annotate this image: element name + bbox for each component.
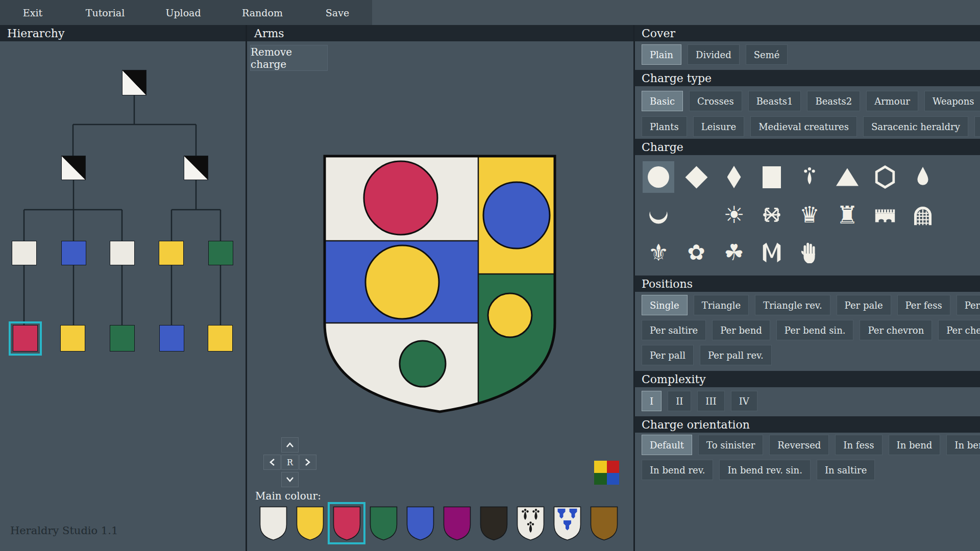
tree-node-gen4-1[interactable]	[13, 325, 38, 352]
charge-moon-icon[interactable]	[680, 199, 712, 231]
crossed-arrows-glyph	[760, 203, 783, 227]
charge-lozenge-icon[interactable]	[680, 161, 712, 193]
positions-option-triangle[interactable]: Triangle	[694, 295, 749, 315]
charge-triangle-icon[interactable]	[831, 161, 863, 193]
charge-type-option-leisure[interactable]: Leisure	[693, 116, 744, 137]
charge-type-option-saracenic-heraldry[interactable]: Saracenic heraldry	[863, 116, 968, 137]
charge-crescent-icon[interactable]	[643, 199, 674, 231]
positions-option-per-bend[interactable]: Per bend	[712, 320, 770, 340]
cover-option-plain[interactable]: Plain	[642, 44, 681, 65]
cover-option-divided[interactable]: Divided	[688, 44, 740, 65]
charge-goutte-icon[interactable]	[907, 161, 939, 193]
charge-rose-icon[interactable]: ✿	[680, 237, 712, 268]
menu-item-random[interactable]: Random	[242, 0, 283, 25]
main-colour-swatch-purpure[interactable]	[443, 506, 471, 541]
charge-fusil-icon[interactable]	[718, 161, 750, 193]
sun-glyph: ☀	[723, 203, 744, 227]
positions-option-per-pall[interactable]: Per pall	[642, 345, 694, 365]
tree-node-gen3-1[interactable]	[12, 241, 37, 265]
tree-node-gen2-1[interactable]	[61, 156, 86, 180]
positions-option-triangle-rev[interactable]: Triangle rev.	[755, 295, 830, 315]
charge-gateway-icon[interactable]	[907, 199, 939, 231]
complexity-option-i[interactable]: I	[642, 391, 662, 411]
charge-orientation-option-in-bend[interactable]: In bend	[889, 435, 941, 455]
tree-node-gen2-2[interactable]	[184, 156, 208, 180]
charge-shamrock-icon[interactable]: ☘	[718, 237, 750, 268]
charge-hand-icon[interactable]	[794, 237, 825, 268]
arms-shield-canvas[interactable]	[323, 155, 556, 413]
main-colour-swatch-vair[interactable]	[553, 506, 581, 541]
positions-option-single[interactable]: Single	[642, 295, 688, 315]
charge-type-option-weapons[interactable]: Weapons	[924, 91, 980, 111]
charge-orientation-option-in-fess[interactable]: In fess	[835, 435, 882, 455]
rotate-button[interactable]: R	[281, 455, 299, 470]
charge-orientation-option-to-sinister[interactable]: To sinister	[698, 435, 763, 455]
charge-type-option-crosses[interactable]: Crosses	[689, 91, 742, 111]
move-left-button[interactable]	[263, 455, 281, 470]
tree-node-gen4-5[interactable]	[208, 325, 233, 352]
charge-crossed-arrows-icon[interactable]	[756, 199, 788, 231]
main-colour-swatch-vert[interactable]	[370, 506, 398, 541]
tree-node-gen4-3[interactable]	[110, 325, 135, 352]
tree-node-gen4-2[interactable]	[60, 325, 85, 352]
positions-option-per-saltire[interactable]: Per saltire	[642, 320, 706, 340]
positions-option-per-pall-rev[interactable]: Per pall rev.	[700, 345, 772, 365]
move-down-button[interactable]	[281, 472, 299, 487]
main-colour-swatch-tenne[interactable]	[590, 506, 618, 541]
main-colour-swatch-azure[interactable]	[406, 506, 434, 541]
menu-item-save[interactable]: Save	[326, 0, 349, 25]
complexity-option-ii[interactable]: II	[668, 391, 691, 411]
charge-sun-icon[interactable]: ☀	[718, 199, 750, 231]
move-up-button[interactable]	[281, 437, 299, 453]
charge-mascle-icon[interactable]	[869, 161, 901, 193]
charge-orientation-section-header: Charge orientation	[634, 416, 980, 433]
charge-type-option-medieval-creatures[interactable]: Medieval creatures	[750, 116, 857, 137]
charge-orientation-option-in-bend-sin[interactable]: In bend sin.	[946, 435, 980, 455]
charge-type-option-beasts1[interactable]: Beasts1	[748, 91, 801, 111]
positions-option-per-bend-sin[interactable]: Per bend sin.	[776, 320, 854, 340]
charge-type-option-armour[interactable]: Armour	[866, 91, 918, 111]
charge-maunche-icon[interactable]	[756, 237, 788, 268]
positions-option-per-chevron[interactable]: Per chevron	[860, 320, 932, 340]
charge-ermine-spot-icon[interactable]	[794, 161, 825, 193]
positions-option-per-chevron-rev[interactable]: Per chevron rev.	[938, 320, 980, 340]
charge-bridge-icon[interactable]	[869, 199, 901, 231]
main-colour-swatch-gules[interactable]	[333, 506, 361, 541]
charge-orientation-section-title: Charge orientation	[642, 418, 750, 431]
tree-node-gen3-5[interactable]	[208, 241, 233, 265]
charge-type-option-uploaded[interactable]: Uploaded	[974, 116, 980, 137]
tree-node-gen3-2[interactable]	[61, 241, 86, 265]
tree-node-gen3-4[interactable]	[159, 241, 184, 265]
charge-roundel-icon[interactable]	[643, 161, 674, 193]
charge-orientation-option-in-bend-rev-sin[interactable]: In bend rev. sin.	[719, 460, 810, 480]
charge-billet-icon[interactable]	[756, 161, 788, 193]
charge-orientation-option-reversed[interactable]: Reversed	[769, 435, 829, 455]
cover-option-sem[interactable]: Semé	[746, 44, 788, 65]
charge-type-option-basic[interactable]: Basic	[642, 91, 683, 111]
main-colour-swatch-ermine[interactable]	[517, 506, 545, 541]
main-colour-swatch-argent[interactable]	[259, 506, 287, 541]
complexity-option-iv[interactable]: IV	[731, 391, 757, 411]
roundel-glyph	[648, 166, 669, 188]
tree-node-gen4-4[interactable]	[159, 325, 184, 352]
positions-option-per-cross[interactable]: Per cross	[957, 295, 980, 315]
move-right-button[interactable]	[299, 455, 316, 470]
charge-orientation-option-default[interactable]: Default	[642, 435, 692, 455]
charge-tower-icon[interactable]: ♜	[831, 199, 863, 231]
positions-option-per-fess[interactable]: Per fess	[897, 295, 950, 315]
positions-option-per-pale[interactable]: Per pale	[837, 295, 891, 315]
complexity-section-title: Complexity	[642, 373, 706, 386]
charge-type-option-plants[interactable]: Plants	[642, 116, 687, 137]
tree-node-root[interactable]	[122, 70, 146, 95]
complexity-option-iii[interactable]: III	[697, 391, 724, 411]
remove-charge-button[interactable]: Remove charge	[250, 45, 328, 71]
charge-orientation-option-in-bend-rev[interactable]: In bend rev.	[642, 460, 713, 480]
charge-fleur-de-lis-icon[interactable]: ⚜	[643, 237, 674, 268]
quarter-2	[607, 461, 620, 473]
main-colour-swatch-sable[interactable]	[480, 506, 508, 541]
main-colour-swatch-or[interactable]	[296, 506, 324, 541]
tree-node-gen3-3[interactable]	[110, 241, 135, 265]
charge-type-option-beasts2[interactable]: Beasts2	[807, 91, 860, 111]
charge-orientation-option-in-saltire[interactable]: In saltire	[817, 460, 875, 480]
charge-crown-icon[interactable]: ♛	[794, 199, 825, 231]
